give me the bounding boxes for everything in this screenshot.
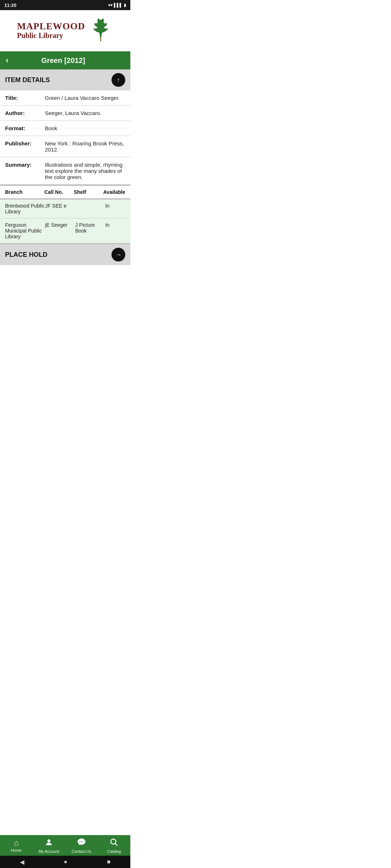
status-bar: 11:20 ▾▾ ▌▌▌ ▮ bbox=[0, 0, 130, 10]
nav-title: Green [2012] bbox=[13, 56, 114, 65]
label-title: Title: bbox=[5, 95, 45, 101]
avail-branch-1: Brentwood Public Library bbox=[5, 203, 45, 214]
value-summary: Illustrations and simple, rhyming text e… bbox=[45, 162, 125, 180]
status-time: 11:20 bbox=[4, 3, 16, 8]
detail-rows: Title: Green / Laura Vaccaro Seeger. Aut… bbox=[0, 90, 130, 185]
value-title: Green / Laura Vaccaro Seeger. bbox=[45, 95, 125, 101]
scroll-up-button[interactable]: ↑ bbox=[112, 73, 125, 87]
detail-row-publisher: Publisher: New York : Roaring Brook Pres… bbox=[0, 136, 130, 157]
battery-icon: ▮ bbox=[124, 3, 126, 8]
label-format: Format: bbox=[5, 125, 45, 131]
item-details-header: ITEM DETAILS ↑ bbox=[0, 69, 130, 90]
nav-bar: ‹ Green [2012] bbox=[0, 51, 130, 69]
col-shelf: Shelf bbox=[74, 189, 103, 195]
signal-icon: ▌▌▌ bbox=[114, 3, 122, 7]
detail-row-author: Author: Seeger, Laura Vaccaro. bbox=[0, 106, 130, 121]
value-author: Seeger, Laura Vaccaro. bbox=[45, 110, 125, 116]
avail-callno-2: jE Seeger bbox=[45, 222, 75, 239]
detail-row-summary: Summary: Illustrations and simple, rhymi… bbox=[0, 157, 130, 185]
logo-text: MAPLEWOOD Public Library bbox=[17, 21, 85, 40]
avail-row-1: Brentwood Public Library JF SEE e In bbox=[0, 199, 130, 218]
avail-branch-2: Ferguson Municipal Public Library bbox=[5, 222, 45, 239]
avail-status-2: In bbox=[105, 222, 125, 239]
detail-row-format: Format: Book bbox=[0, 121, 130, 136]
label-summary: Summary: bbox=[5, 162, 45, 168]
place-hold-label: PLACE HOLD bbox=[5, 251, 47, 259]
wifi-icon: ▾▾ bbox=[108, 3, 113, 8]
availability-header: Branch Call No. Shelf Available bbox=[0, 185, 130, 199]
leaf-icon bbox=[88, 16, 113, 45]
avail-shelf-2: J Picture Book bbox=[75, 222, 105, 239]
col-callno: Call No. bbox=[44, 189, 73, 195]
place-hold-button[interactable]: → bbox=[112, 248, 125, 261]
label-publisher: Publisher: bbox=[5, 140, 45, 146]
detail-row-title: Title: Green / Laura Vaccaro Seeger. bbox=[0, 90, 130, 106]
avail-shelf-1 bbox=[75, 203, 105, 214]
logo-title: MAPLEWOOD bbox=[17, 21, 85, 32]
col-branch: Branch bbox=[5, 189, 44, 195]
value-publisher: New York : Roaring Brook Press, 2012. bbox=[45, 140, 125, 153]
avail-callno-1: JF SEE e bbox=[45, 203, 75, 214]
back-button[interactable]: ‹ bbox=[6, 56, 8, 65]
status-icons: ▾▾ ▌▌▌ ▮ bbox=[108, 3, 126, 8]
avail-status-1: In bbox=[105, 203, 125, 214]
avail-row-2: Ferguson Municipal Public Library jE See… bbox=[0, 218, 130, 243]
value-format: Book bbox=[45, 125, 125, 131]
label-author: Author: bbox=[5, 110, 45, 116]
logo-bar: MAPLEWOOD Public Library bbox=[0, 10, 130, 51]
item-details-title: ITEM DETAILS bbox=[5, 76, 50, 84]
place-hold-bar[interactable]: PLACE HOLD → bbox=[0, 243, 130, 265]
col-available: Available bbox=[103, 189, 125, 195]
logo-subtitle: Public Library bbox=[17, 31, 63, 40]
